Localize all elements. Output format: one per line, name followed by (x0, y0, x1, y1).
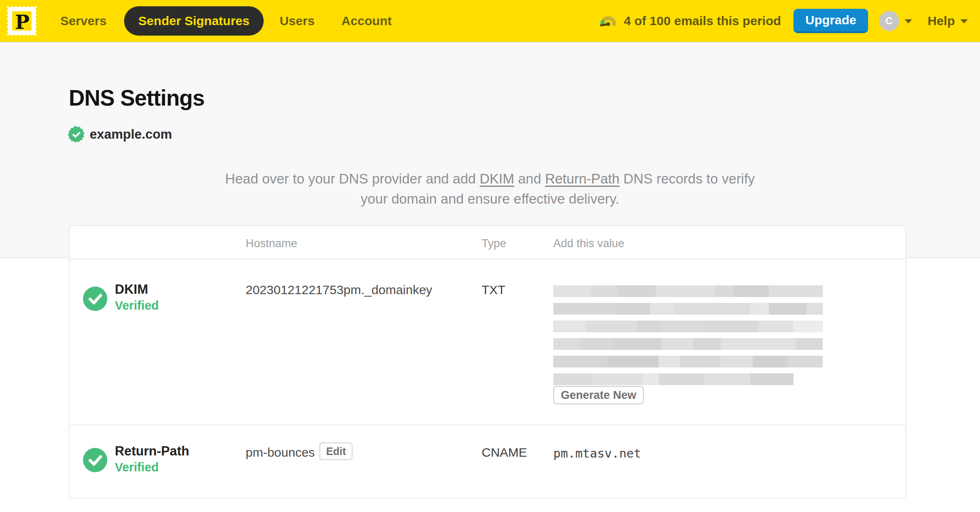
avatar[interactable]: C (879, 11, 899, 31)
nav-right-group: 4 of 100 emails this period Upgrade C He… (599, 0, 968, 42)
nav-item-servers[interactable]: Servers (60, 14, 106, 28)
page-title: DNS Settings (69, 85, 205, 111)
return-path-link[interactable]: Return-Path (545, 171, 620, 186)
verified-seal-icon (68, 126, 85, 143)
column-header-hostname: Hostname (246, 237, 297, 250)
postmark-logo[interactable]: P (6, 5, 38, 37)
help-label: Help (928, 14, 955, 28)
table-header: Hostname Type Add this value (70, 226, 905, 259)
column-header-value: Add this value (553, 237, 625, 250)
status-badge: Verified (115, 460, 159, 474)
intro-part2: and (514, 171, 545, 186)
usage-text: 4 of 100 emails this period (624, 14, 781, 28)
redacted-value-line (553, 338, 823, 350)
nav-item-account[interactable]: Account (342, 14, 392, 28)
redacted-value-line (553, 321, 823, 332)
redacted-value-line (553, 356, 823, 367)
redacted-value-line (553, 373, 793, 385)
usage-gauge-icon (599, 13, 618, 28)
verified-check-icon (83, 287, 107, 311)
redacted-dkim-value (553, 285, 823, 391)
return-path-type: CNAME (482, 445, 527, 460)
dkim-link[interactable]: DKIM (480, 171, 514, 186)
return-path-value: pm.mtasv.net (553, 446, 641, 460)
row-divider (70, 424, 905, 425)
intro-text: Head over to your DNS provider and add D… (224, 169, 756, 209)
logo-letter: P (15, 11, 30, 34)
column-header-type: Type (482, 237, 506, 250)
verified-check-icon (83, 448, 107, 472)
account-menu[interactable]: C (879, 11, 913, 31)
upgrade-button[interactable]: Upgrade (793, 9, 868, 33)
edit-button[interactable]: Edit (319, 442, 353, 460)
dkim-type: TXT (482, 283, 506, 297)
dkim-hostname: 20230121221753pm._domainkey (246, 283, 432, 297)
redacted-value-line (553, 285, 823, 297)
domain-row: example.com (68, 126, 172, 143)
record-name: DKIM (115, 282, 148, 297)
generate-new-button[interactable]: Generate New (553, 386, 644, 404)
status-badge: Verified (115, 299, 159, 313)
intro-part1: Head over to your DNS provider and add (225, 171, 480, 186)
nav-item-users[interactable]: Users (280, 14, 314, 28)
top-navbar: P Servers Sender Signatures Users Accoun… (0, 0, 980, 42)
return-path-hostname: pm-bounces (246, 445, 315, 460)
nav-item-sender-signatures[interactable]: Sender Signatures (124, 6, 264, 36)
dns-settings-page: P Servers Sender Signatures Users Accoun… (0, 0, 980, 512)
help-menu[interactable]: Help (928, 14, 968, 28)
nav-left-group: P Servers Sender Signatures Users Accoun… (0, 5, 410, 37)
redacted-value-line (553, 303, 823, 315)
chevron-down-icon (904, 18, 913, 24)
dns-records-card: Hostname Type Add this value DKIM Verifi… (69, 225, 906, 499)
record-name: Return-Path (115, 444, 189, 459)
domain-name: example.com (90, 127, 172, 142)
chevron-down-icon (960, 18, 968, 24)
